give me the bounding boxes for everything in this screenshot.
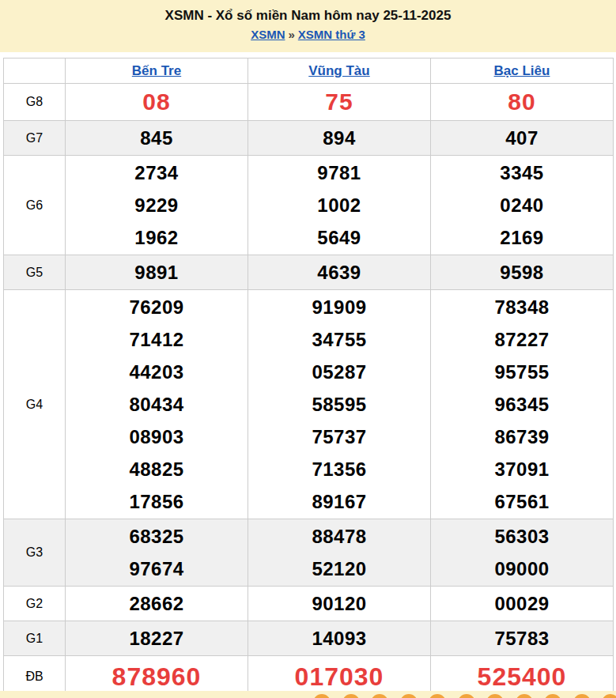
province-header-row: Bến TreVũng TàuBạc Liêu [4, 58, 614, 84]
province-link-1[interactable]: Bến Tre [132, 63, 181, 78]
lotto-ball-icon [400, 694, 418, 698]
prize-label: G5 [4, 255, 66, 290]
lotto-ball-icon [573, 694, 591, 698]
prize-number: 56303 [431, 520, 613, 553]
prize-label: G4 [4, 290, 66, 519]
breadcrumb-link-xsmn[interactable]: XSMN [251, 28, 285, 41]
province-link-2[interactable]: Vũng Tàu [308, 63, 369, 78]
prize-cell: 845 [66, 121, 248, 156]
lotto-ball-icon [516, 694, 533, 698]
lotto-ball-icon [371, 694, 388, 698]
prize-cell: 894 [248, 121, 431, 156]
prize-row-G8: G8087580 [4, 84, 614, 121]
prize-number: 08 [66, 85, 248, 119]
prize-number: 28662 [66, 587, 248, 620]
lotto-ball-icon [313, 694, 331, 698]
prize-number: 1962 [66, 221, 248, 254]
prize-number: 4639 [248, 256, 430, 289]
prize-number: 17856 [66, 485, 248, 518]
prize-number: 88478 [248, 520, 430, 553]
prize-number: 9781 [248, 157, 430, 189]
prize-label: G8 [4, 84, 66, 121]
prize-number: 90120 [248, 587, 430, 620]
prize-cell: 273492291962 [66, 156, 248, 255]
prize-number: 1002 [248, 189, 430, 221]
prize-number: 75783 [431, 622, 613, 655]
prize-row-G4: G476209714124420380434089034882517856919… [4, 290, 614, 519]
prize-cell: 18227 [66, 621, 248, 656]
lotto-ball-icon [458, 694, 475, 698]
prize-cell: 978110025649 [248, 156, 431, 255]
prize-cell: 9891 [66, 255, 248, 290]
prize-cell: 00029 [431, 587, 614, 621]
province-header: Bạc Liêu [431, 58, 614, 84]
page: XSMN - Xổ số miền Nam hôm nay 25-11-2025… [0, 0, 616, 698]
prize-number: 44203 [66, 356, 248, 388]
lotto-ball-icon [429, 694, 446, 698]
prize-row-G1: G1182271409375783 [4, 621, 614, 656]
prize-row-G3: G3683259767488478521205630309000 [4, 519, 614, 587]
prize-cell: 75 [248, 84, 431, 121]
prize-cell: 91909347550528758595757377135689167 [248, 290, 431, 519]
prize-number: 71412 [66, 323, 248, 356]
prize-number: 407 [431, 122, 613, 154]
prize-number: 80 [431, 85, 613, 119]
prize-number: 9891 [66, 256, 248, 289]
prize-label: G6 [4, 156, 66, 255]
prize-cell: 407 [431, 121, 614, 156]
prize-number: 89167 [248, 485, 430, 518]
prize-number: 75737 [248, 421, 430, 453]
results-table: Bến TreVũng TàuBạc Liêu G8087580G7845894… [3, 58, 614, 698]
prize-cell: 8847852120 [248, 519, 431, 587]
prize-number: 58595 [248, 388, 430, 421]
prize-number: 9598 [431, 256, 613, 289]
province-header: Bến Tre [66, 58, 248, 84]
prize-label: G7 [4, 121, 66, 156]
prize-number: 78348 [431, 291, 613, 323]
breadcrumb-link-current[interactable]: XSMN thứ 3 [298, 28, 365, 41]
prize-number: 3345 [431, 157, 613, 189]
prize-cell: 75783 [431, 621, 614, 656]
breadcrumb: XSMN»XSMN thứ 3 [0, 27, 616, 43]
prize-number: 96345 [431, 388, 613, 421]
province-header: Vũng Tàu [248, 58, 431, 84]
prize-number: 14093 [248, 622, 430, 655]
prize-number: 67561 [431, 485, 613, 518]
prize-label: G2 [4, 587, 66, 621]
results-table-body: G8087580G7845894407G62734922919629781100… [4, 84, 614, 698]
prize-number: 9229 [66, 189, 248, 221]
prize-cell: 80 [431, 84, 614, 121]
prize-number: 5649 [248, 221, 430, 254]
prize-number: 894 [248, 122, 430, 154]
prize-cell: 4639 [248, 255, 431, 290]
prize-cell: 76209714124420380434089034882517856 [66, 290, 248, 519]
prize-label: G1 [4, 621, 66, 656]
prize-number: 37091 [431, 453, 613, 485]
prize-number: 0240 [431, 189, 613, 221]
prize-number: 09000 [431, 553, 613, 585]
prize-cell: 9598 [431, 255, 614, 290]
prize-number: 08903 [66, 421, 248, 453]
prize-row-G2: G2286629012000029 [4, 587, 614, 621]
footer-lotto-ball-strip [0, 691, 616, 698]
prize-number: 87227 [431, 323, 613, 356]
prize-number: 97674 [66, 553, 248, 585]
prize-cell: 5630309000 [431, 519, 614, 587]
prize-number: 48825 [66, 453, 248, 485]
prize-row-G5: G5989146399598 [4, 255, 614, 290]
prize-number: 68325 [66, 520, 248, 553]
empty-corner-cell [4, 58, 66, 84]
prize-number: 95755 [431, 356, 613, 388]
prize-cell: 08 [66, 84, 248, 121]
prize-number: 2734 [66, 157, 248, 189]
lotto-ball-icon [544, 694, 561, 698]
breadcrumb-separator: » [285, 28, 297, 41]
prize-number: 71356 [248, 453, 430, 485]
province-link-3[interactable]: Bạc Liêu [494, 63, 550, 78]
prize-cell: 6832597674 [66, 519, 248, 587]
lotto-ball-icon [602, 694, 616, 698]
prize-cell: 334502402169 [431, 156, 614, 255]
prize-number: 52120 [248, 553, 430, 585]
lotto-ball-icon [342, 694, 360, 698]
lotto-ball-icon [486, 694, 504, 698]
